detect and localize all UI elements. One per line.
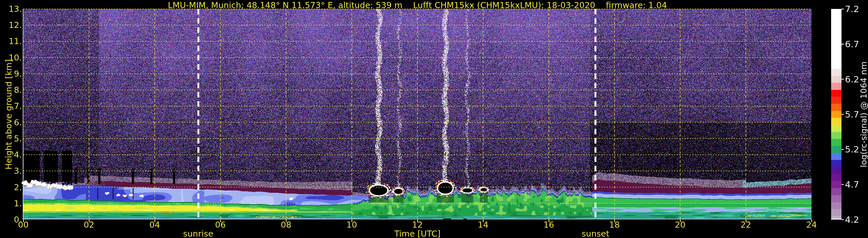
x-tick-label: 02	[76, 220, 102, 230]
x-tick-label: 24	[799, 220, 825, 230]
colorbar-title: log(rc-signal) @ 1064 nm	[859, 61, 868, 167]
y-tick-label: 5.	[0, 134, 22, 144]
y-tick-label: 9.	[0, 69, 22, 79]
colorbar-tick-label: 5.2	[845, 144, 859, 154]
colorbar-tick-label: 7.2	[845, 4, 859, 14]
colorbar-tick-label: 4.7	[845, 179, 859, 189]
x-tick-label: 14	[470, 220, 496, 230]
y-tick-label: 10.	[0, 53, 22, 62]
x-tick-label: 04	[142, 220, 168, 230]
y-tick-label: 7.	[0, 101, 22, 111]
plot-title: LMU-MIM, Munich; 48.148° N 11.573° E, al…	[23, 0, 811, 10]
colorbar-tick-label: 6.7	[845, 39, 859, 49]
y-tick-label: 8.	[0, 85, 22, 95]
x-tick-label: 20	[667, 220, 693, 230]
x-tick-label: 10	[339, 220, 365, 230]
x-tick-label: 18	[601, 220, 627, 230]
y-tick-label: 11.	[0, 36, 22, 46]
y-tick-label: 12.	[0, 20, 22, 30]
y-tick-label: 13.	[0, 4, 22, 14]
x-axis-title: Time [UTC]	[23, 229, 811, 238]
y-tick-label: 0.	[0, 215, 22, 225]
ceilometer-quicklook: LMU-MIM, Munich; 48.148° N 11.573° E, al…	[0, 0, 868, 238]
sunrise-label: sunrise	[169, 229, 227, 238]
x-tick-label: 06	[208, 220, 234, 230]
y-tick-label: 1.	[0, 199, 22, 208]
x-tick-label: 08	[273, 220, 299, 230]
y-tick-label: 4.	[0, 150, 22, 160]
y-tick-label: 2.	[0, 182, 22, 192]
y-tick-label: 6.	[0, 118, 22, 127]
colorbar-tick-label: 5.7	[845, 109, 859, 120]
sunset-label: sunset	[567, 229, 624, 238]
x-tick-label: 12	[404, 220, 430, 230]
colorbar-tick-label: 6.2	[845, 74, 859, 84]
heatmap-canvas	[0, 0, 868, 238]
y-tick-label: 3.	[0, 166, 22, 176]
x-tick-label: 22	[733, 220, 759, 230]
x-tick-label: 16	[536, 220, 562, 230]
colorbar-tick-label: 4.2	[845, 214, 859, 225]
